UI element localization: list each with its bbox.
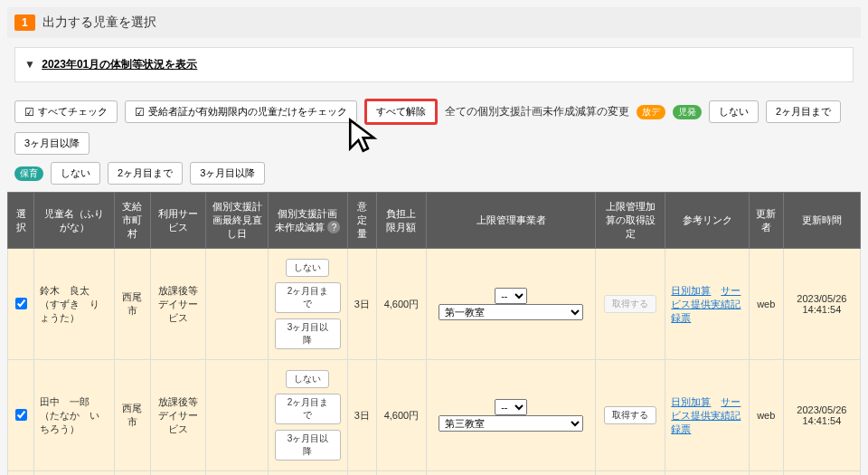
row-checkbox[interactable] <box>15 298 27 309</box>
cell-amount: 3日 <box>347 360 376 471</box>
status-link[interactable]: 2023年01月の体制等状況を表示 <box>42 58 197 71</box>
check-all-label: すべてチェック <box>38 105 108 119</box>
cell-amount: 9日 <box>347 471 376 476</box>
th-links: 参考リンク <box>665 193 749 249</box>
pill-development: 児発 <box>673 105 702 119</box>
check-valid-label: 受給者証が有効期限内の児童だけをチェック <box>148 105 347 119</box>
cell-last-review <box>205 471 268 476</box>
manager-prefix-select[interactable]: -- <box>495 288 527 304</box>
global-until2-button[interactable]: 2ヶ月目まで <box>766 100 841 123</box>
daily-link[interactable]: 日別加算 <box>671 396 711 407</box>
nursery-until2-button[interactable]: 2ヶ月目まで <box>108 162 183 185</box>
cell-service: 放課後等デイサービス <box>151 360 206 471</box>
manager-select[interactable]: 第三教室 <box>439 415 583 432</box>
uncheck-all-button[interactable]: すべて解除 <box>364 99 438 125</box>
table-row: 田中 一郎（たなか いちろう）西尾市放課後等デイサービスしない2ヶ月目まで3ヶ月… <box>8 360 861 471</box>
cell-service: 放課後等デイサービス <box>151 471 206 476</box>
plan-none-button[interactable]: しない <box>286 259 329 277</box>
daily-link[interactable]: 日別加算 <box>671 285 711 296</box>
cell-cap: 4,600円 <box>377 471 427 476</box>
plan-after3-button[interactable]: 3ヶ月目以降 <box>275 430 341 461</box>
step-badge: 1 <box>14 14 35 31</box>
table-row: 田中 二郎（たなか じろう）西尾市放課後等デイサービスしない2ヶ月目まで3ヶ月目… <box>8 471 861 476</box>
global-plan-label: 全ての個別支援計画未作成減算の変更 <box>445 104 629 119</box>
th-cap: 負担上限月額 <box>377 193 427 249</box>
manager-prefix-select[interactable]: -- <box>495 399 527 415</box>
checkbox-icon: ☑ <box>24 106 34 119</box>
cell-updated-at: 2023/05/26 14:41:54 <box>783 249 860 360</box>
global-none-button[interactable]: しない <box>709 100 759 123</box>
cell-last-review <box>205 360 268 471</box>
global-after3-button[interactable]: 3ヶ月目以降 <box>14 132 90 155</box>
cell-name: 鈴木 良太（すずき りょうた） <box>34 249 114 360</box>
checkbox-icon: ☑ <box>135 106 145 119</box>
th-plan-reduction: 個別支援計画未作成減算 ? <box>269 193 348 249</box>
check-valid-button[interactable]: ☑ 受給者証が有効期限内の児童だけをチェック <box>125 100 357 123</box>
th-amount: 意定量 <box>347 193 376 249</box>
manager-select[interactable]: 第一教室 <box>439 304 583 320</box>
chevron-down-icon[interactable]: ▼ <box>24 58 35 71</box>
cell-city: 西尾市 <box>114 360 150 471</box>
pill-afterschool: 放デ <box>637 105 665 119</box>
cell-city: 西尾市 <box>114 471 150 476</box>
nursery-none-button[interactable]: しない <box>51 162 100 185</box>
plan-until2-button[interactable]: 2ヶ月目まで <box>275 394 341 424</box>
cell-updater: web <box>749 471 783 476</box>
plan-until2-button[interactable]: 2ヶ月目まで <box>275 282 341 313</box>
th-updater: 更新者 <box>749 193 783 249</box>
plan-after3-button[interactable]: 3ヶ月目以降 <box>275 318 341 349</box>
cell-amount: 3日 <box>347 249 376 360</box>
th-manager: 上限管理事業者 <box>426 193 596 249</box>
cap-get-button[interactable]: 取得する <box>604 406 656 424</box>
cell-updated-at: 2023/05/26 14:41:54 <box>783 471 860 476</box>
section-title: 出力する児童を選択 <box>42 14 156 31</box>
pill-nursery: 保育 <box>14 166 43 181</box>
cell-cap: 4,600円 <box>377 360 427 471</box>
section-header: 1 出力する児童を選択 <box>7 7 861 38</box>
cell-service: 放課後等デイサービス <box>151 249 206 360</box>
toolbar: ☑ すべてチェック ☑ 受給者証が有効期限内の児童だけをチェック すべて解除 全… <box>7 91 861 162</box>
toolbar-row2: 保育 しない 2ヶ月目まで 3ヶ月目以降 <box>7 162 861 192</box>
children-table: 選択 児童名（ふりがな） 支給市町村 利用サービス 個別支援計画最終見直し日 個… <box>7 192 861 475</box>
plan-none-button[interactable]: しない <box>286 370 329 388</box>
th-city: 支給市町村 <box>114 193 150 249</box>
check-all-button[interactable]: ☑ すべてチェック <box>14 100 118 123</box>
cell-name: 田中 二郎（たなか じろう） <box>34 471 114 476</box>
th-select: 選択 <box>8 193 34 249</box>
cell-updated-at: 2023/05/26 14:41:54 <box>783 360 860 471</box>
th-service: 利用サービス <box>151 193 206 249</box>
th-last-review: 個別支援計画最終見直し日 <box>205 193 268 249</box>
nursery-after3-button[interactable]: 3ヶ月目以降 <box>190 162 265 185</box>
cell-last-review <box>205 249 268 360</box>
th-cap-setting: 上限管理加算の取得設定 <box>596 193 665 249</box>
th-updated-at: 更新時間 <box>783 193 860 249</box>
cell-city: 西尾市 <box>114 249 150 360</box>
row-checkbox[interactable] <box>15 409 27 421</box>
status-card: ▼ 2023年01月の体制等状況を表示 <box>14 47 854 82</box>
cell-cap: 4,600円 <box>377 249 427 360</box>
cell-updater: web <box>749 249 783 360</box>
cap-get-button: 取得する <box>604 295 656 313</box>
cell-name: 田中 一郎（たなか いちろう） <box>34 360 114 471</box>
help-icon[interactable]: ? <box>327 221 340 233</box>
cell-updater: web <box>749 360 783 471</box>
th-name: 児童名（ふりがな） <box>34 193 114 249</box>
table-row: 鈴木 良太（すずき りょうた）西尾市放課後等デイサービスしない2ヶ月目まで3ヶ月… <box>8 249 861 360</box>
